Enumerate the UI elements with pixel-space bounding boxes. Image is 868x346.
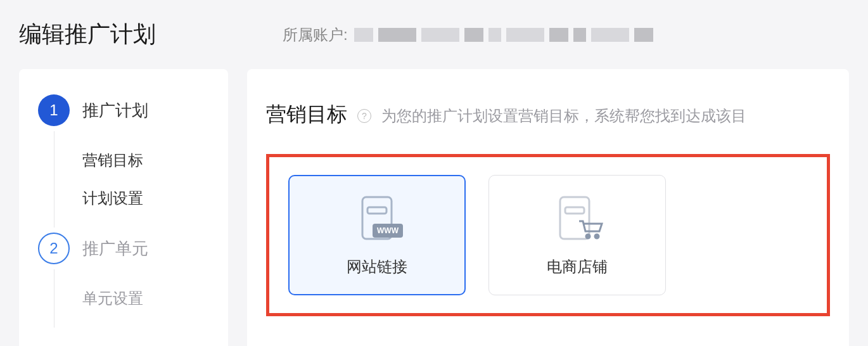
account-info: 所属账户: — [283, 25, 653, 45]
step-badge-1: 1 — [38, 94, 70, 126]
substep-unit-settings[interactable]: 单元设置 — [82, 279, 209, 317]
substep-marketing-goal[interactable]: 营销目标 — [82, 141, 209, 179]
step-label-1: 推广计划 — [82, 99, 148, 122]
substep-plan-settings[interactable]: 计划设置 — [82, 179, 209, 217]
svg-point-6 — [586, 234, 590, 238]
svg-text:WWW: WWW — [377, 226, 399, 235]
steps-sidebar: 1 推广计划 营销目标 计划设置 2 推广单元 单元设置 — [19, 69, 228, 346]
svg-rect-4 — [560, 197, 589, 239]
option-ecommerce-store[interactable]: 电商店铺 — [488, 175, 666, 295]
account-value-redacted — [354, 28, 653, 42]
step-1-substeps: 营销目标 计划设置 — [54, 131, 209, 227]
option-label: 电商店铺 — [547, 257, 608, 277]
account-label: 所属账户: — [283, 25, 348, 45]
section-title: 营销目标 — [266, 101, 347, 129]
svg-rect-1 — [367, 207, 386, 214]
option-label: 网站链接 — [347, 257, 407, 277]
marketing-goal-options-highlight: WWW 网站链接 电商店 — [266, 154, 830, 316]
svg-rect-5 — [565, 207, 584, 214]
step-1[interactable]: 1 推广计划 — [38, 94, 209, 126]
step-badge-2: 2 — [38, 233, 70, 264]
section-header: 营销目标 ? 为您的推广计划设置营销目标，系统帮您找到达成该目 — [266, 101, 830, 129]
page-title: 编辑推广计划 — [19, 19, 156, 50]
page-header: 编辑推广计划 所属账户: — [0, 0, 868, 69]
help-icon[interactable]: ? — [357, 109, 371, 123]
step-label-2: 推广单元 — [82, 238, 148, 260]
option-website-link[interactable]: WWW 网站链接 — [288, 175, 466, 295]
main-panel: 营销目标 ? 为您的推广计划设置营销目标，系统帮您找到达成该目 WWW 网站链接 — [247, 69, 849, 346]
ecommerce-store-icon — [546, 193, 609, 244]
website-link-icon: WWW — [345, 193, 409, 244]
svg-point-7 — [595, 234, 599, 238]
section-description: 为您的推广计划设置营销目标，系统帮您找到达成该目 — [381, 106, 746, 126]
step-2-substeps: 单元设置 — [54, 269, 209, 328]
step-2[interactable]: 2 推广单元 — [38, 233, 209, 264]
